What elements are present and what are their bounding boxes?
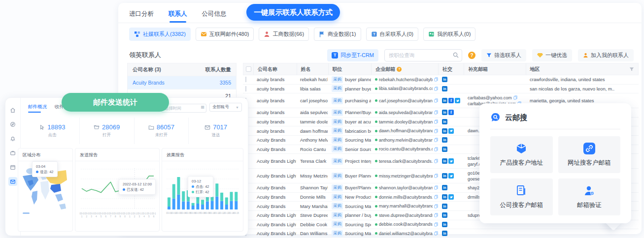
svg-text:4: 4: [96, 215, 97, 218]
filter-label: 筛选联系人: [494, 52, 521, 59]
svg-text:1: 1: [129, 215, 131, 218]
person-add-icon: [583, 53, 588, 58]
select-all-checkbox[interactable]: [246, 66, 251, 72]
tab-contacts[interactable]: 联系人: [169, 10, 187, 23]
chip-label: 社媒联系人(3382): [143, 30, 186, 38]
link-icon: [583, 142, 596, 155]
cell-company: acuity brands: [253, 119, 296, 124]
svg-text:4: 4: [143, 215, 145, 218]
cell-company: Acuity Brands Lighting: [253, 231, 296, 236]
facebook-icon[interactable]: f: [448, 98, 454, 103]
sync-to-tcrm-button[interactable]: T 同步至T-CRM: [327, 49, 378, 61]
svg-text:3: 3: [139, 215, 140, 218]
svg-text:03-1: 03-1: [133, 212, 137, 215]
linkedin-icon[interactable]: in: [442, 212, 447, 218]
row-checkbox[interactable]: [245, 86, 246, 91]
cloud-card-1[interactable]: 网址搜客户邮箱: [558, 136, 621, 173]
tab-import-analysis[interactable]: 进口分析: [129, 10, 154, 23]
add-to-my-contacts-button[interactable]: 加入我的联系人: [578, 49, 634, 61]
linkedin-icon[interactable]: in: [442, 185, 447, 190]
verified-dot: [375, 120, 377, 123]
company-row-0[interactable]: Acuity Brands3355: [128, 76, 236, 89]
header-social: 社交: [438, 63, 464, 75]
source-chip-5[interactable]: 我的联系人(0): [423, 28, 475, 41]
linkedin-icon[interactable]: in: [442, 86, 447, 91]
svg-text:1: 1: [81, 215, 83, 218]
cell-social: inf: [438, 98, 464, 103]
filter-contacts-button[interactable]: 筛选联系人: [481, 49, 526, 61]
linkedin-icon[interactable]: in: [442, 158, 447, 164]
linkedin-icon[interactable]: in: [442, 222, 447, 227]
callout-show-contact-methods: 一键展示联系人联系方式: [246, 4, 340, 21]
bell-icon[interactable]: [8, 134, 17, 143]
header-extra-email: 补充邮箱: [464, 63, 526, 75]
mail-stats-panel: 邮件概况 收件人画像 ▦ 全部账号 ▼ 18893点击28069打开86057未…: [5, 97, 248, 236]
cell-company: Acuity Brands Lighting: [253, 212, 296, 218]
tab-company-info[interactable]: 公司信息: [202, 10, 227, 23]
mail-icon[interactable]: [8, 177, 17, 186]
company-table-header: 公司名称 (3) 联系人数量: [128, 63, 236, 76]
help-icon[interactable]: ?: [468, 52, 475, 59]
svg-text:5: 5: [101, 215, 102, 218]
linkedin-icon[interactable]: in: [442, 110, 447, 115]
company-name: Acuity Brands: [128, 80, 197, 86]
linkedin-icon[interactable]: in: [442, 98, 447, 103]
svg-text:5: 5: [148, 215, 150, 218]
cloud-card-2[interactable]: 公司搜客户邮箱: [490, 178, 553, 215]
cell-title: 采购buyer planner: [328, 76, 371, 83]
linkedin-icon[interactable]: in: [442, 77, 447, 82]
linkedin-icon[interactable]: in: [442, 194, 447, 200]
twitter-icon[interactable]: [448, 173, 454, 178]
region-filter-icon[interactable]: [629, 67, 634, 72]
mail-stats-row: 18893点击28069打开86057未打开7017送达: [25, 118, 243, 144]
contact-row-15[interactable]: Acuity Brands Lighting Dan Williams 采购So…: [243, 229, 639, 238]
compass-icon[interactable]: [8, 120, 17, 129]
map-tooltip-value: 送达: 42: [36, 169, 54, 175]
source-chip-1[interactable]: 互联网邮件(480): [196, 28, 254, 41]
source-chip-0[interactable]: 社媒联系人(3382): [129, 28, 191, 41]
mail-panel-controls: ▦ 全部账号 ▼: [161, 103, 242, 112]
cell-company: acuity brands: [253, 98, 296, 103]
cloud-feature-grid: 产品搜客户地址网址搜客户邮箱公司搜客户邮箱邮箱验证: [490, 136, 620, 215]
cell-region: crawfordsville, indiana, united states: [526, 77, 639, 82]
search-icon[interactable]: [453, 52, 459, 58]
effect-report-card: 效果报告 03-0103-0203-0303-0403-0503-0603-07…: [162, 148, 243, 232]
home-icon[interactable]: [8, 106, 17, 115]
cloud-card-0[interactable]: 产品搜客户地址: [490, 136, 553, 173]
procurement-tag: 采购: [332, 230, 343, 237]
calendar-icon[interactable]: [8, 163, 17, 172]
send-report-line-chart[interactable]: 03-0103-0203-0303-0403-0503-0603-0703-08…: [77, 162, 158, 230]
cloud-card-3[interactable]: 邮箱验证: [558, 178, 621, 215]
cell-email: dawn.hoffman@acuitybrands.com: [371, 128, 438, 133]
account-select[interactable]: 全部账号 ▼: [209, 103, 242, 112]
linkedin-icon[interactable]: in: [442, 204, 447, 209]
row-select-cell: [243, 86, 253, 91]
cell-email: rocio.cantu@acuitybrands.com: [371, 147, 438, 151]
twitter-icon[interactable]: [448, 158, 454, 164]
source-chip-4[interactable]: T自采联系人(0): [366, 28, 418, 41]
row-checkbox[interactable]: [245, 77, 246, 82]
cell-title: 采购purchasing and sour: [328, 97, 371, 104]
contact-row-1[interactable]: acuity brands libia salas 采购planner buye…: [243, 85, 639, 94]
twitter-icon[interactable]: [448, 194, 454, 200]
source-chip-2[interactable]: 工商数据(66): [259, 28, 309, 41]
search-input[interactable]: [384, 49, 462, 61]
twitter-icon[interactable]: [448, 128, 454, 134]
twitter-icon[interactable]: [455, 98, 460, 103]
email-tip-icon[interactable]: ?: [397, 67, 402, 72]
one-click-optimize-button[interactable]: 一键优选: [532, 49, 572, 61]
linkedin-icon[interactable]: in: [442, 128, 447, 134]
svg-text:03-1: 03-1: [151, 212, 156, 215]
chip-label: 工商数据(66): [272, 30, 304, 38]
linkedin-icon[interactable]: in: [442, 119, 447, 124]
linkedin-icon[interactable]: in: [442, 147, 447, 152]
linkedin-icon[interactable]: in: [442, 173, 447, 178]
linkedin-icon[interactable]: in: [442, 231, 447, 236]
procurement-tag: 采购: [332, 97, 343, 104]
tab-mail-overview[interactable]: 邮件概况: [28, 104, 47, 113]
contact-row-0[interactable]: acuity brands rebekah hutchens 采购buyer p…: [243, 75, 639, 85]
linkedin-icon[interactable]: in: [442, 137, 447, 143]
source-chip-3[interactable]: 商业数据(1): [314, 28, 361, 41]
facebook-icon[interactable]: f: [448, 110, 454, 115]
briefcase-icon[interactable]: [8, 149, 17, 157]
